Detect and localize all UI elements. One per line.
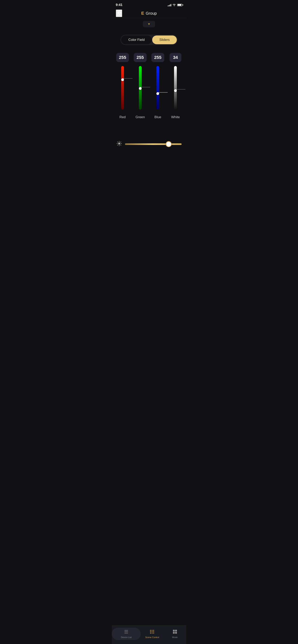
- battery-icon: [177, 4, 182, 6]
- green-value: 255: [134, 53, 146, 62]
- brightness-icon: [117, 141, 122, 147]
- status-bar: 9:41: [112, 0, 186, 9]
- white-thumb: [174, 89, 177, 92]
- red-track: [121, 66, 124, 110]
- status-icons: [168, 3, 182, 7]
- green-thumb-line: [140, 87, 150, 88]
- green-slider-col: 255 Green: [131, 53, 149, 119]
- white-track: [174, 66, 177, 110]
- white-value: 34: [170, 53, 181, 62]
- toggle-tabs-container: Color Field Sliders: [112, 29, 186, 49]
- white-slider-col: 34 White: [167, 53, 184, 119]
- sliders-section: 255 Red 255 Green 255: [112, 49, 186, 121]
- blue-track: [156, 66, 159, 110]
- brightness-slider[interactable]: [125, 141, 182, 147]
- green-thumb: [139, 87, 142, 90]
- back-button[interactable]: [116, 10, 122, 17]
- signal-icon: [168, 4, 171, 6]
- white-label: White: [171, 115, 180, 119]
- chevron-down-icon: ▼: [147, 22, 151, 26]
- red-slider-col: 255 Red: [114, 53, 131, 119]
- blue-slider[interactable]: [154, 64, 162, 112]
- header: E Group: [112, 9, 186, 18]
- tab-sliders[interactable]: Sliders: [152, 36, 177, 44]
- status-time: 9:41: [116, 3, 122, 7]
- green-slider[interactable]: [136, 64, 144, 112]
- brightness-thumb[interactable]: [166, 141, 172, 147]
- blue-label: Blue: [154, 115, 161, 119]
- blue-thumb-line: [158, 92, 168, 92]
- dropdown-button[interactable]: ▼: [143, 21, 155, 27]
- blue-value: 255: [152, 53, 164, 62]
- tab-color-field[interactable]: Color Field: [121, 36, 152, 44]
- brightness-section: [112, 133, 186, 151]
- red-thumb-line: [122, 78, 132, 79]
- green-track: [139, 66, 142, 110]
- svg-line-9: [117, 145, 118, 145]
- blue-slider-col: 255 Blue: [149, 53, 167, 119]
- green-label: Green: [135, 115, 145, 119]
- brightness-track: [125, 143, 182, 145]
- svg-line-6: [117, 142, 118, 142]
- group-letter: E: [141, 11, 144, 16]
- svg-point-1: [118, 142, 120, 144]
- red-value: 255: [116, 53, 129, 62]
- white-thumb-line: [176, 89, 185, 90]
- group-name: Group: [146, 11, 157, 16]
- dropdown-container: ▼: [112, 18, 186, 29]
- view-toggle: Color Field Sliders: [120, 35, 178, 45]
- page-title: E Group: [141, 11, 157, 16]
- red-thumb: [121, 78, 124, 81]
- red-label: Red: [119, 115, 125, 119]
- wifi-icon: [173, 3, 176, 7]
- svg-line-7: [120, 145, 121, 145]
- red-slider[interactable]: [119, 64, 126, 112]
- svg-line-8: [120, 142, 121, 142]
- blue-thumb: [156, 92, 159, 95]
- white-slider[interactable]: [172, 64, 179, 112]
